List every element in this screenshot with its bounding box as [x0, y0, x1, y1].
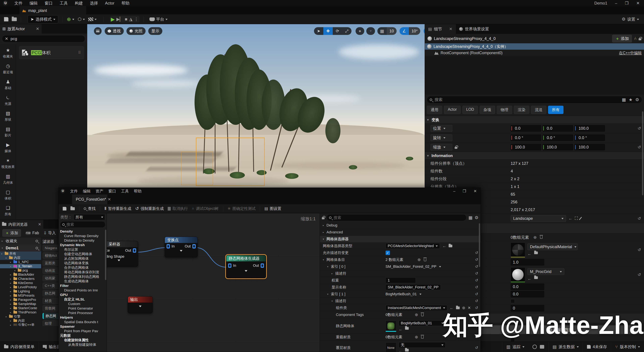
out-pin[interactable]: [133, 248, 136, 253]
descriptor1-row[interactable]: ▾描述符 ↺: [320, 298, 480, 304]
tree-folder-item[interactable]: ▸ MSPresets: [0, 293, 41, 298]
index0-dropdown[interactable]: SM_BlackAlder_Forest_02_PP: [386, 264, 441, 269]
browse-icon[interactable]: [405, 327, 409, 330]
tree-folder-item[interactable]: ▸ Lighting: [0, 289, 41, 293]
place-category-item[interactable]: ▶ 媒体: [0, 140, 16, 156]
add-actor-dropdown[interactable]: ⊕: [65, 15, 76, 23]
browse-icon[interactable]: [448, 245, 452, 247]
select-tool[interactable]: ➤: [314, 27, 323, 35]
tree-folder-item[interactable]: ▸ StarterConte: [0, 306, 41, 310]
palette-node-item[interactable]: Density: [59, 229, 107, 234]
index1-dropdown[interactable]: BogMyrtleBush_01: [386, 292, 422, 296]
location-y-field[interactable]: 0.0: [542, 125, 573, 132]
category-chip[interactable]: 杂项: [480, 106, 495, 114]
use-selected-icon[interactable]: ←: [399, 349, 403, 352]
filter-chip[interactable]: 静态网: [42, 290, 59, 296]
use-selected-icon[interactable]: ←: [568, 216, 572, 221]
maximize-button[interactable]: ❒: [463, 189, 466, 193]
category-chip[interactable]: LOD: [462, 106, 478, 114]
palette-node-item[interactable]: 合并动态网格体: [59, 265, 107, 270]
category-chip[interactable]: 所有: [548, 106, 564, 114]
palette-node-item[interactable]: Helpers: [59, 315, 107, 320]
component-tree-icon[interactable]: ⑃: [634, 36, 636, 41]
tree-folder-item[interactable]: ▸ 内容: [0, 256, 41, 260]
reset-icon[interactable]: ↺: [475, 264, 478, 269]
scale-tool[interactable]: ⤢: [342, 27, 352, 35]
category-chip[interactable]: 流送: [531, 106, 546, 114]
pcg-menu-help[interactable]: 帮助: [134, 189, 142, 194]
browse-icon[interactable]: [534, 251, 538, 254]
place-category-item[interactable]: ▢ 体积: [0, 187, 16, 203]
tree-folder-item[interactable]: ▸ BlackAlder: [0, 272, 41, 277]
lock-icon[interactable]: [639, 38, 641, 40]
palette-node-item[interactable]: Custom: [59, 301, 107, 306]
location-dropdown[interactable]: 位置: [430, 125, 452, 132]
tree-folder-item[interactable]: ▸ ThirdPerson: [0, 310, 41, 314]
lock-icon[interactable]: [322, 217, 324, 219]
checkbox[interactable]: [511, 299, 515, 303]
scale-z-field[interactable]: 100.0: [574, 144, 605, 150]
menu-tools[interactable]: 工具: [59, 0, 68, 6]
reset-icon[interactable]: ↺: [638, 216, 641, 221]
node-expand-caret[interactable]: [139, 305, 142, 308]
component-row-instance[interactable]: LandscapeStreamingProxy_4_4_0（实例）: [425, 43, 644, 50]
tab-place-actor[interactable]: ⊞ 放置Actor ✕: [0, 24, 42, 34]
scrollbar[interactable]: [479, 223, 480, 267]
filter-chip[interactable]: 植物Act: [42, 252, 59, 259]
filter-chip[interactable]: 材质: [42, 298, 59, 304]
physical-material-thumbnail[interactable]: [511, 243, 525, 257]
display-filter-icon[interactable]: ▦: [468, 215, 472, 220]
filter-chip[interactable]: 动画蓝: [42, 267, 59, 274]
surface-snap-toggle[interactable]: ⑂: [366, 27, 375, 35]
close-icon[interactable]: ✕: [108, 197, 111, 202]
browse-content-button[interactable]: [10, 17, 18, 22]
use-selected-icon[interactable]: ←: [399, 327, 403, 332]
physical-material-dropdown[interactable]: DefaultPhysicalMaterial: [528, 243, 578, 250]
advanced-section[interactable]: ▸Advanced: [320, 229, 480, 236]
pcg-menu-window[interactable]: 窗口: [108, 189, 116, 194]
palette-node-item[interactable]: Point Processor: [59, 310, 107, 315]
rotate-tool[interactable]: ⟳: [333, 27, 342, 35]
trace-dropdown[interactable]: ▥ 追踪: [502, 341, 528, 352]
reset-icon[interactable]: ↺: [638, 247, 641, 252]
place-category-item[interactable]: ▧ 形状: [0, 108, 16, 124]
palette-node-item[interactable]: Point Generator: [59, 306, 107, 310]
palette-node-item[interactable]: Curve Remap Density: [59, 234, 107, 238]
maximize-button[interactable]: ❒: [625, 1, 628, 6]
tree-folder-item[interactable]: ▸ Characters: [0, 277, 41, 281]
show-dropdown[interactable]: 显示: [148, 27, 162, 35]
location-z-field[interactable]: 100.0: [574, 125, 605, 132]
category-chip[interactable]: Actor: [444, 106, 461, 114]
tree-folder-item[interactable]: ▸ 所有: [0, 251, 41, 256]
menu-edit[interactable]: 编辑: [29, 0, 38, 6]
palette-node-item[interactable]: 创建旋转体属性: [59, 338, 107, 342]
perspective-dropdown[interactable]: 透视: [105, 27, 124, 35]
favorites-star-icon[interactable]: ★: [628, 97, 632, 102]
reset-icon[interactable]: ↺: [475, 299, 478, 303]
project-section[interactable]: ▾Demo1: [0, 244, 41, 251]
static-mesh-dropdown[interactable]: BogMyrtleBush_01: [399, 320, 446, 326]
filter-chip[interactable]: 蓝图类: [42, 260, 59, 266]
tab-content-browser[interactable]: 内容浏览器 ✕: [0, 220, 43, 229]
content-drawer-button[interactable]: 内容侧滑菜单: [0, 341, 39, 352]
mesh-selector-section[interactable]: ▾网格体选择器: [320, 236, 480, 243]
insights-buttons[interactable]: [528, 341, 548, 352]
favorites-section[interactable]: ▸收藏夹: [0, 237, 41, 244]
place-category-item[interactable]: ★ 收藏夹: [0, 45, 16, 61]
node-surface-sampler[interactable]: 采样器 rfaceOut unding Shape: [107, 241, 138, 266]
trash-icon[interactable]: [421, 336, 424, 338]
reset-icon[interactable]: ↺: [475, 285, 478, 289]
palette-node-item[interactable]: Filter: [59, 283, 107, 288]
details-search-input[interactable]: 搜索: [434, 97, 442, 102]
palette-node-item[interactable]: Distance to Density: [59, 238, 107, 243]
blueprints-dropdown[interactable]: ⬡: [76, 16, 86, 23]
palette-node-item[interactable]: Spawner: [59, 324, 107, 329]
display-filter-icon[interactable]: ▦: [622, 97, 626, 102]
minimize-button[interactable]: –: [615, 1, 617, 6]
place-actor-search-input[interactable]: ✕ pcg: [2, 35, 85, 42]
cancel-exec-button[interactable]: 取消执行: [166, 205, 190, 212]
scrollbar[interactable]: [105, 230, 106, 280]
filter-chip[interactable]: C++类: [42, 282, 59, 289]
reset-icon[interactable]: ↺: [475, 251, 478, 255]
move-tool[interactable]: ✥: [323, 27, 333, 35]
